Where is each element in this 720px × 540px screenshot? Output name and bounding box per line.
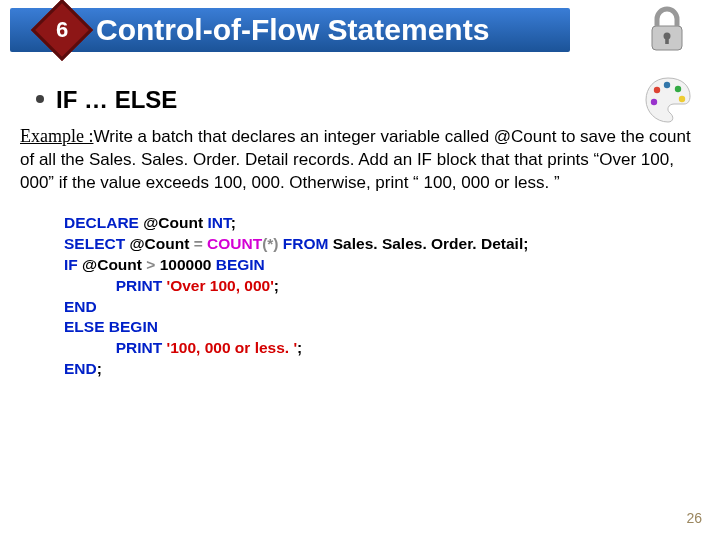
bullet-icon: [36, 95, 44, 103]
code-line-1: DECLARE @Count INT;: [64, 213, 720, 234]
code-line-3: IF @Count > 100000 BEGIN: [64, 255, 720, 276]
tok-var2: @Count: [125, 235, 194, 252]
example-text: Write a batch that declares an integer v…: [20, 127, 691, 192]
op-eq: =: [194, 235, 203, 252]
svg-point-6: [679, 96, 685, 102]
kw-begin1: BEGIN: [216, 256, 265, 273]
str1: 'Over 100, 000': [167, 277, 274, 294]
tok-num: 100000: [155, 256, 215, 273]
indent1: [64, 277, 116, 294]
tok-semi4: ;: [297, 339, 302, 356]
kw-int: INT: [207, 214, 230, 231]
kw-print1: PRINT: [116, 277, 167, 294]
tok-semi2: ;: [523, 235, 528, 252]
svg-point-4: [664, 82, 670, 88]
kw-declare: DECLARE: [64, 214, 139, 231]
kw-else-begin: ELSE BEGIN: [64, 318, 158, 335]
kw-if: IF: [64, 256, 78, 273]
code-line-5: END: [64, 297, 720, 318]
svg-point-3: [654, 87, 660, 93]
kw-select: SELECT: [64, 235, 125, 252]
svg-point-5: [675, 86, 681, 92]
slide-title: Control-of-Flow Statements: [96, 8, 489, 52]
tok-semi1: ;: [231, 214, 236, 231]
lock-icon: [644, 4, 690, 54]
tok-semi3: ;: [274, 277, 279, 294]
svg-rect-2: [665, 37, 669, 44]
section-heading: IF … ELSE: [36, 86, 720, 114]
kw-end1: END: [64, 298, 97, 315]
code-line-7: PRINT '100, 000 or less. ';: [64, 338, 720, 359]
palette-icon: [642, 74, 694, 126]
func-count: COUNT: [207, 235, 262, 252]
str2: '100, 000 or less. ': [167, 339, 298, 356]
kw-end2: END: [64, 360, 97, 377]
chapter-number: 6: [56, 17, 68, 43]
kw-print2: PRINT: [116, 339, 167, 356]
tok-var3: @Count: [78, 256, 147, 273]
op-gt: >: [146, 256, 155, 273]
code-block: DECLARE @Count INT; SELECT @Count = COUN…: [64, 213, 720, 380]
example-paragraph: Example :Write a batch that declares an …: [20, 124, 700, 195]
tok-table: Sales. Sales. Order. Detail: [328, 235, 523, 252]
page-number: 26: [686, 510, 702, 526]
slide-header: 6 Control-of-Flow Statements: [0, 0, 720, 58]
kw-from: FROM: [279, 235, 329, 252]
tok-var1: @Count: [139, 214, 208, 231]
svg-point-7: [651, 99, 657, 105]
code-line-8: END;: [64, 359, 720, 380]
example-label: Example :: [20, 126, 93, 146]
code-line-6: ELSE BEGIN: [64, 317, 720, 338]
code-line-4: PRINT 'Over 100, 000';: [64, 276, 720, 297]
section-heading-text: IF … ELSE: [56, 86, 177, 113]
code-line-2: SELECT @Count = COUNT(*) FROM Sales. Sal…: [64, 234, 720, 255]
tok-semi5: ;: [97, 360, 102, 377]
indent2: [64, 339, 116, 356]
